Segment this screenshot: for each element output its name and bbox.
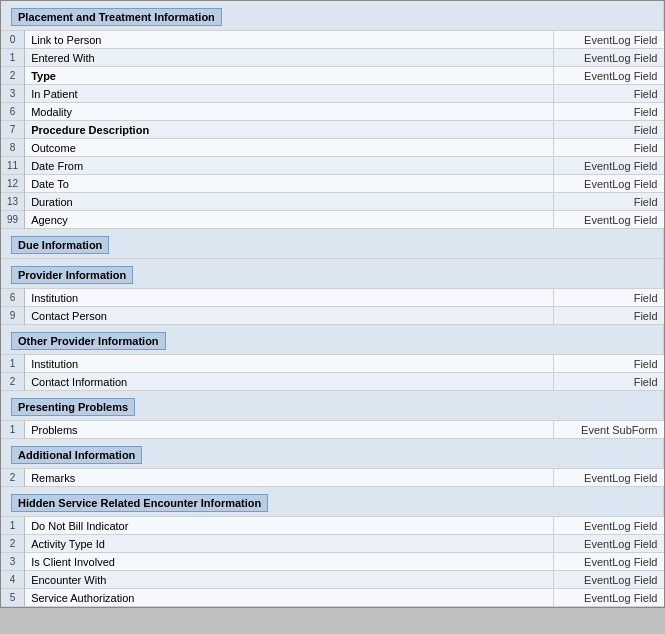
row-number: 6: [1, 103, 25, 121]
field-name: Encounter With: [25, 571, 554, 589]
row-number: 6: [1, 289, 25, 307]
table-row: 99AgencyEventLog Field: [1, 211, 664, 229]
field-type: EventLog Field: [554, 589, 664, 607]
row-number: 1: [1, 517, 25, 535]
field-name: Do Not Bill Indicator: [25, 517, 554, 535]
field-type: EventLog Field: [554, 157, 664, 175]
section-header-row-hidden: Hidden Service Related Encounter Informa…: [1, 487, 664, 517]
table-row: 13DurationField: [1, 193, 664, 211]
field-type: EventLog Field: [554, 535, 664, 553]
field-name: Contact Person: [25, 307, 554, 325]
table-row: 3Is Client InvolvedEventLog Field: [1, 553, 664, 571]
table-row: 2RemarksEventLog Field: [1, 469, 664, 487]
table-row: 9Contact PersonField: [1, 307, 664, 325]
row-number: 2: [1, 535, 25, 553]
field-name: Date To: [25, 175, 554, 193]
field-type: Field: [554, 289, 664, 307]
table-row: 1InstitutionField: [1, 355, 664, 373]
main-container: Placement and Treatment Information0Link…: [0, 0, 665, 608]
table-row: 1Do Not Bill IndicatorEventLog Field: [1, 517, 664, 535]
row-number: 3: [1, 553, 25, 571]
field-type: EventLog Field: [554, 571, 664, 589]
data-table: Placement and Treatment Information0Link…: [1, 1, 664, 607]
row-number: 2: [1, 67, 25, 85]
field-name: Modality: [25, 103, 554, 121]
section-header-hidden: Hidden Service Related Encounter Informa…: [11, 494, 268, 512]
table-row: 1Entered WithEventLog Field: [1, 49, 664, 67]
row-number: 3: [1, 85, 25, 103]
field-type: Field: [554, 85, 664, 103]
table-row: 2Contact InformationField: [1, 373, 664, 391]
row-number: 5: [1, 589, 25, 607]
field-name: Institution: [25, 289, 554, 307]
table-row: 7Procedure DescriptionField: [1, 121, 664, 139]
field-name: Entered With: [25, 49, 554, 67]
field-name: Institution: [25, 355, 554, 373]
table-row: 12Date ToEventLog Field: [1, 175, 664, 193]
section-header-row-provider: Provider Information: [1, 259, 664, 289]
field-name: Remarks: [25, 469, 554, 487]
section-header-row-placement: Placement and Treatment Information: [1, 1, 664, 31]
table-row: 4Encounter WithEventLog Field: [1, 571, 664, 589]
table-row: 6InstitutionField: [1, 289, 664, 307]
field-type: EventLog Field: [554, 469, 664, 487]
field-name: Contact Information: [25, 373, 554, 391]
row-number: 8: [1, 139, 25, 157]
row-number: 1: [1, 421, 25, 439]
field-name: Procedure Description: [25, 121, 554, 139]
field-type: EventLog Field: [554, 517, 664, 535]
row-number: 99: [1, 211, 25, 229]
field-type: Field: [554, 121, 664, 139]
field-name: Service Authorization: [25, 589, 554, 607]
row-number: 9: [1, 307, 25, 325]
field-type: EventLog Field: [554, 67, 664, 85]
field-type: Field: [554, 373, 664, 391]
table-row: 3In PatientField: [1, 85, 664, 103]
section-header-row-other-provider: Other Provider Information: [1, 325, 664, 355]
row-number: 1: [1, 355, 25, 373]
field-type: Field: [554, 193, 664, 211]
section-header-placement: Placement and Treatment Information: [11, 8, 222, 26]
table-row: 5Service AuthorizationEventLog Field: [1, 589, 664, 607]
field-name: Problems: [25, 421, 554, 439]
field-name: Duration: [25, 193, 554, 211]
table-row: 6ModalityField: [1, 103, 664, 121]
field-type: Field: [554, 103, 664, 121]
field-name: Date From: [25, 157, 554, 175]
field-type: EventLog Field: [554, 211, 664, 229]
section-header-row-presenting: Presenting Problems: [1, 391, 664, 421]
row-number: 4: [1, 571, 25, 589]
field-type: Field: [554, 139, 664, 157]
table-row: 0Link to PersonEventLog Field: [1, 31, 664, 49]
field-name: Agency: [25, 211, 554, 229]
section-header-row-due: Due Information: [1, 229, 664, 259]
section-header-additional: Additional Information: [11, 446, 142, 464]
field-type: Field: [554, 307, 664, 325]
table-row: 11Date FromEventLog Field: [1, 157, 664, 175]
row-number: 1: [1, 49, 25, 67]
row-number: 2: [1, 373, 25, 391]
field-type: EventLog Field: [554, 175, 664, 193]
table-row: 2Activity Type IdEventLog Field: [1, 535, 664, 553]
field-type: Event SubForm: [554, 421, 664, 439]
field-type: EventLog Field: [554, 31, 664, 49]
field-name: Type: [25, 67, 554, 85]
section-header-row-additional: Additional Information: [1, 439, 664, 469]
field-type: EventLog Field: [554, 49, 664, 67]
row-number: 11: [1, 157, 25, 175]
field-name: Is Client Involved: [25, 553, 554, 571]
field-name: In Patient: [25, 85, 554, 103]
row-number: 0: [1, 31, 25, 49]
field-type: EventLog Field: [554, 553, 664, 571]
field-name: Activity Type Id: [25, 535, 554, 553]
row-number: 12: [1, 175, 25, 193]
table-row: 2TypeEventLog Field: [1, 67, 664, 85]
row-number: 2: [1, 469, 25, 487]
table-row: 8OutcomeField: [1, 139, 664, 157]
table-row: 1ProblemsEvent SubForm: [1, 421, 664, 439]
row-number: 13: [1, 193, 25, 211]
section-header-due: Due Information: [11, 236, 109, 254]
section-header-other-provider: Other Provider Information: [11, 332, 166, 350]
field-name: Outcome: [25, 139, 554, 157]
section-header-presenting: Presenting Problems: [11, 398, 135, 416]
